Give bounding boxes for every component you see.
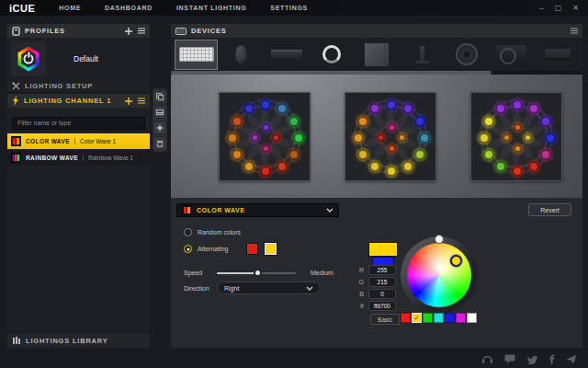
duplicate-button[interactable] [154, 91, 165, 102]
led-dot[interactable] [540, 116, 551, 127]
led-dot[interactable] [388, 144, 396, 153]
led-dot[interactable] [512, 166, 523, 177]
led-dot[interactable] [386, 166, 397, 177]
led-dot[interactable] [227, 132, 238, 144]
fan-preview[interactable] [219, 92, 311, 181]
led-dot[interactable] [398, 133, 406, 142]
led-dot[interactable] [243, 161, 254, 172]
led-dot[interactable] [232, 149, 243, 160]
nav-dashboard[interactable]: DASHBOARD [105, 5, 153, 11]
led-dot[interactable] [545, 132, 556, 144]
close-button[interactable]: ✕ [572, 5, 579, 12]
led-dot[interactable] [353, 132, 364, 144]
revert-button[interactable]: Revert [528, 203, 571, 216]
device-thumb-case[interactable] [356, 40, 398, 69]
led-dot[interactable] [251, 133, 259, 142]
led-dot[interactable] [388, 123, 396, 132]
devices-menu-icon[interactable] [571, 28, 578, 34]
nav-settings[interactable]: SETTINGS [270, 5, 308, 11]
profiles-menu-icon[interactable] [138, 28, 145, 34]
device-thumb-aio[interactable] [447, 40, 488, 69]
support-icon[interactable] [481, 354, 493, 364]
led-dot[interactable] [512, 99, 523, 110]
device-thumb-ram[interactable] [266, 40, 307, 69]
hex-input[interactable] [368, 301, 396, 311]
effect-dropdown[interactable]: COLOR WAVE [176, 203, 339, 217]
speed-slider-thumb[interactable] [254, 269, 262, 277]
device-thumb-mouse[interactable] [220, 40, 262, 69]
led-dot[interactable] [260, 99, 271, 110]
alternating-option[interactable]: Alternating [184, 243, 277, 255]
led-dot[interactable] [540, 149, 551, 160]
color-wheel-selector[interactable] [450, 255, 462, 267]
led-dot[interactable] [357, 116, 368, 127]
facebook-icon[interactable] [548, 354, 555, 364]
led-dot[interactable] [232, 116, 243, 127]
led-dot[interactable] [503, 133, 511, 142]
led-dot[interactable] [386, 99, 397, 110]
twitter-icon[interactable] [526, 355, 537, 364]
led-dot[interactable] [483, 149, 494, 160]
led-dot[interactable] [514, 123, 522, 132]
random-colors-option[interactable]: Random colors [184, 228, 241, 236]
led-dot[interactable] [514, 144, 522, 153]
led-dot[interactable] [293, 132, 304, 144]
delete-button[interactable] [154, 138, 165, 149]
channel-menu-icon[interactable] [138, 98, 145, 104]
feedback-icon[interactable] [504, 354, 515, 364]
filter-input[interactable] [12, 117, 145, 130]
add-lighting-icon[interactable] [125, 98, 132, 105]
lighting-item-color-wave[interactable]: COLOR WAVE Color Wave 1 [7, 133, 150, 149]
add-profile-icon[interactable] [125, 28, 132, 35]
r-input[interactable] [368, 265, 396, 275]
fan-preview[interactable] [470, 92, 562, 181]
lightings-library-bar[interactable]: LIGHTINGS LIBRARY [7, 333, 150, 348]
device-thumb-headset[interactable] [311, 40, 352, 69]
lighting-item-rainbow-wave[interactable]: RAINBOW WAVE Rainbow Wave 1 [7, 150, 150, 166]
led-dot[interactable] [528, 161, 539, 172]
device-thumb-commander[interactable] [537, 40, 578, 69]
palette-swatch[interactable]: ✓ [412, 313, 422, 323]
led-dot[interactable] [262, 123, 270, 132]
color-wheel-ring[interactable] [401, 236, 478, 314]
palette-swatch[interactable] [423, 313, 433, 323]
random-colors-radio[interactable] [184, 228, 192, 236]
led-dot[interactable] [288, 116, 300, 127]
led-dot[interactable] [277, 161, 288, 172]
palette-swatch[interactable] [434, 313, 444, 323]
led-dot[interactable] [419, 132, 430, 144]
palette-swatch[interactable] [456, 313, 466, 323]
share-button[interactable] [154, 122, 165, 133]
palette-swatch[interactable] [467, 313, 477, 323]
speed-slider[interactable] [217, 269, 296, 277]
b-input[interactable] [368, 289, 396, 299]
led-dot[interactable] [414, 149, 425, 160]
export-button[interactable] [154, 107, 165, 118]
led-dot[interactable] [262, 144, 270, 153]
device-thumb-psu[interactable] [492, 40, 533, 69]
device-thumb-keyboard[interactable] [175, 40, 217, 69]
nav-instant-lighting[interactable]: INSTANT LIGHTING [176, 5, 246, 11]
lighting-setup-bar[interactable]: LIGHTING SETUP [7, 79, 150, 92]
led-dot[interactable] [402, 161, 413, 172]
led-dot[interactable] [288, 149, 300, 160]
send-icon[interactable] [566, 354, 577, 364]
palette-swatch[interactable] [445, 313, 455, 323]
alternating-color-swatch[interactable] [246, 243, 258, 255]
color-wheel[interactable] [407, 243, 471, 307]
maximize-button[interactable]: ▢ [555, 5, 562, 12]
basic-button[interactable]: Basic [370, 314, 400, 325]
palette-swatch[interactable] [401, 313, 411, 323]
led-dot[interactable] [414, 116, 425, 127]
led-dot[interactable] [369, 161, 380, 172]
led-dot[interactable] [357, 149, 368, 160]
nav-home[interactable]: HOME [59, 5, 81, 11]
alternating-color-swatch[interactable] [265, 243, 277, 255]
led-dot[interactable] [260, 166, 271, 177]
g-input[interactable] [368, 277, 396, 287]
fan-preview[interactable] [345, 92, 436, 181]
device-thumb-stand[interactable] [401, 40, 443, 69]
hue-ring-knob[interactable] [435, 235, 444, 244]
profile-item-default[interactable] [11, 41, 46, 76]
led-dot[interactable] [483, 116, 494, 127]
